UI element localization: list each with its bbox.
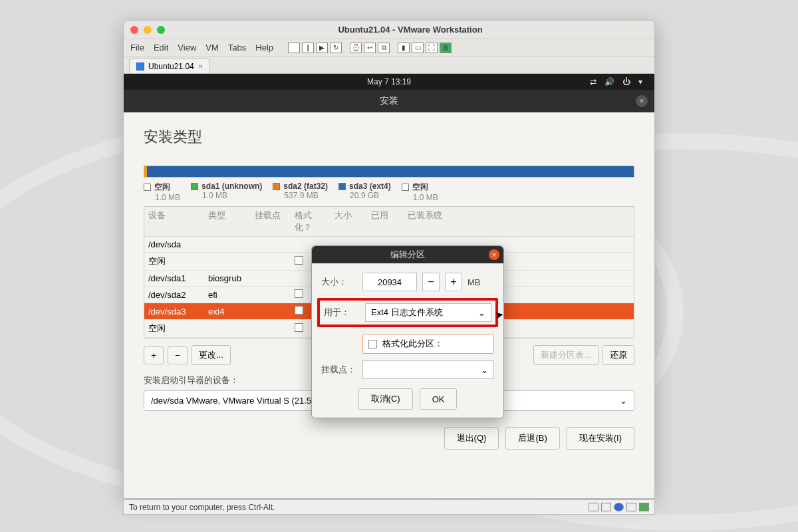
cancel-button[interactable]: 取消(C): [358, 388, 413, 410]
format-checkbox[interactable]: [295, 289, 303, 298]
power-icon[interactable]: ⏻: [622, 77, 630, 86]
quit-button[interactable]: 退出(Q): [444, 427, 499, 450]
legend-item[interactable]: 空闲1.0 MB: [144, 182, 180, 202]
volume-icon[interactable]: 🔊: [604, 77, 614, 86]
remove-partition-button[interactable]: −: [168, 346, 188, 364]
clock[interactable]: May 7 13:19: [367, 77, 411, 86]
snapshot-back-icon[interactable]: ↩: [364, 43, 376, 53]
change-partition-button[interactable]: 更改...: [192, 345, 231, 365]
mount-select[interactable]: ⌄: [362, 360, 494, 379]
zoom-icon[interactable]: [157, 26, 165, 34]
ok-button[interactable]: OK: [420, 388, 458, 410]
vm-icon: [136, 63, 144, 70]
chevron-down-icon[interactable]: ▾: [638, 77, 642, 86]
restart-icon[interactable]: ↻: [330, 43, 342, 53]
unity-icon[interactable]: ⊞: [440, 43, 452, 53]
menu-edit[interactable]: Edit: [154, 43, 168, 53]
highlight-box: 用于： Ext4 日志文件系统 ⌄: [317, 298, 498, 327]
host-titlebar: Ubuntu21.04 - VMware Workstation: [124, 21, 654, 39]
dialog-close-icon[interactable]: ×: [489, 249, 499, 260]
vm-tab-label: Ubuntu21.04: [148, 62, 194, 71]
format-checkbox[interactable]: [295, 256, 303, 265]
dialog-title: 编辑分区: [390, 249, 425, 261]
console-icon[interactable]: ▭: [412, 43, 424, 53]
tab-close-icon[interactable]: ×: [198, 61, 203, 71]
installer-title: 安装: [380, 95, 398, 107]
installer-close-icon[interactable]: ×: [636, 95, 648, 107]
wizard-footer: 退出(Q) 后退(B) 现在安装(I): [144, 427, 634, 450]
install-now-button[interactable]: 现在安装(I): [567, 427, 634, 450]
gnome-topbar: May 7 13:19 ⇄ 🔊 ⏻ ▾: [124, 74, 654, 90]
sound-icon[interactable]: [639, 503, 649, 511]
format-checkbox[interactable]: [295, 306, 303, 315]
legend-item[interactable]: 空闲1.0 MB: [402, 182, 438, 202]
menu-file[interactable]: File: [130, 43, 144, 53]
format-field: 格式化此分区：: [362, 334, 494, 354]
size-decrement-button[interactable]: −: [422, 273, 440, 291]
revert-button[interactable]: 还原: [602, 345, 634, 365]
menu-view[interactable]: View: [178, 43, 196, 53]
printer-icon[interactable]: [626, 503, 636, 511]
mount-field: 挂载点： ⌄: [321, 360, 494, 379]
poweroff-icon[interactable]: [288, 43, 300, 53]
snapshot-icon[interactable]: ⌚: [350, 43, 362, 53]
play-icon[interactable]: ▶: [316, 43, 328, 53]
window-controls: [130, 26, 165, 34]
add-partition-button[interactable]: +: [144, 346, 164, 364]
hdd-icon[interactable]: [589, 503, 598, 511]
minimize-icon[interactable]: [144, 26, 152, 34]
installer-titlebar: 安装 ×: [124, 90, 654, 112]
legend-item[interactable]: sda3 (ext4)20.9 GB: [338, 182, 391, 202]
back-button[interactable]: 后退(B): [505, 427, 559, 450]
use-as-select[interactable]: Ext4 日志文件系统 ⌄: [365, 303, 491, 322]
fullscreen-icon[interactable]: ⛶: [426, 43, 438, 53]
network-status-icon[interactable]: [614, 503, 624, 511]
size-input[interactable]: [362, 273, 417, 291]
status-text: To return to your computer, press Ctrl-A…: [129, 503, 275, 512]
chevron-down-icon: ⌄: [481, 365, 488, 375]
format-checkbox[interactable]: [368, 340, 377, 348]
new-table-button[interactable]: 新建分区表...: [533, 345, 598, 365]
vm-tabstrip: Ubuntu21.04 ×: [124, 57, 654, 74]
format-checkbox[interactable]: [295, 323, 303, 332]
menu-vm[interactable]: VM: [205, 43, 219, 53]
chevron-down-icon: ⌄: [478, 308, 485, 318]
size-increment-button[interactable]: +: [445, 273, 462, 291]
edit-partition-dialog: 编辑分区 × 大小： − + MB 用于： Ext4 日志文件系统 ⌄ 格式化此…: [311, 245, 504, 418]
legend-item[interactable]: sda1 (unknown)1.0 MB: [191, 182, 262, 202]
host-statusbar: To return to your computer, press Ctrl-A…: [123, 500, 655, 515]
chevron-down-icon: ⌄: [620, 396, 627, 406]
cd-icon[interactable]: [601, 503, 611, 511]
legend-item[interactable]: sda2 (fat32)537.9 MB: [273, 182, 328, 202]
close-icon[interactable]: [130, 26, 138, 34]
snapshot-mgr-icon[interactable]: ⧉: [378, 43, 390, 53]
partition-legend: 空闲1.0 MBsda1 (unknown)1.0 MBsda2 (fat32)…: [144, 182, 634, 202]
network-icon[interactable]: ⇄: [590, 77, 597, 86]
dialog-titlebar: 编辑分区 ×: [312, 246, 503, 263]
page-title: 安装类型: [144, 127, 634, 147]
host-menubar: File Edit View VM Tabs Help ∥ ▶ ↻ ⌚ ↩ ⧉ …: [124, 39, 654, 57]
thumbnail-icon[interactable]: ▮: [398, 43, 410, 53]
pause-icon[interactable]: ∥: [302, 43, 314, 53]
size-field: 大小： − + MB: [321, 273, 494, 291]
host-title: Ubuntu21.04 - VMware Workstation: [173, 25, 648, 35]
use-as-field: 用于： Ext4 日志文件系统 ⌄: [324, 303, 491, 322]
table-header: 设备 类型 挂载点 格式化？ 大小 已用 已装系统: [144, 207, 634, 237]
menu-help[interactable]: Help: [255, 43, 273, 53]
partition-bar[interactable]: [144, 166, 634, 178]
menu-tabs[interactable]: Tabs: [228, 43, 246, 53]
vm-tab[interactable]: Ubuntu21.04 ×: [129, 59, 210, 73]
